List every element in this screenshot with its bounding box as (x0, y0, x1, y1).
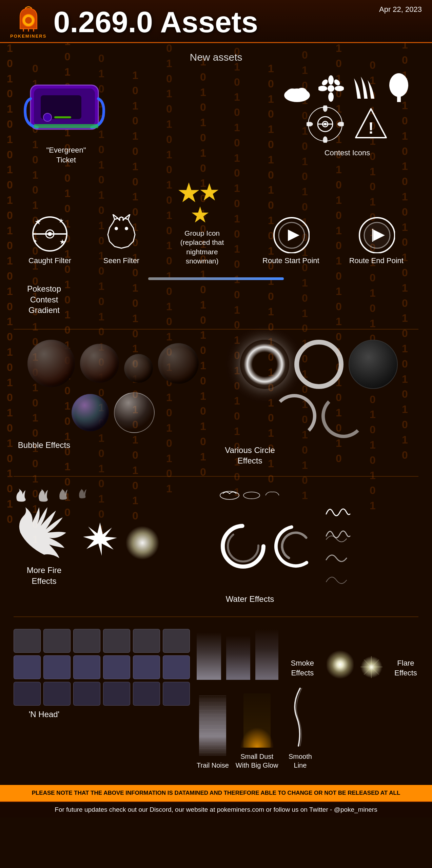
nhead-grid-1 (14, 629, 190, 653)
evergreen-ticket-label: "Evergreen" Ticket (36, 145, 97, 165)
caught-filter-icon: ★ ★ ✦ ★ (30, 214, 70, 253)
grass-icon (351, 75, 379, 102)
route-end-item: Route End Point (349, 216, 404, 266)
svg-point-28 (338, 122, 344, 126)
svg-point-14 (328, 85, 334, 92)
separator-2 (14, 476, 418, 477)
svg-point-13 (296, 88, 307, 97)
water-sprite-2 (242, 489, 261, 500)
caught-filter-item: ★ ★ ✦ ★ Caught Filter (28, 214, 71, 266)
water-wave-4 (325, 570, 352, 589)
pokeminers-logo-icon (13, 5, 44, 32)
svg-point-56 (243, 492, 260, 499)
circle-dark-sphere (349, 340, 398, 389)
caught-filter-label: Caught Filter (28, 256, 71, 266)
svg-point-17 (318, 86, 327, 91)
fire-sprite-3 (58, 489, 75, 500)
nhead-15 (73, 682, 100, 706)
svg-point-15 (328, 75, 334, 85)
trail-noise-label: Trail Noise (197, 761, 229, 770)
smoke-2 (226, 636, 251, 680)
fire-effects-label: More Fire Effects (14, 565, 75, 586)
smoke-effects-label: Smoke Effects (283, 658, 321, 679)
svg-point-55 (220, 491, 239, 499)
svg-point-38 (48, 232, 52, 236)
smoke-3 (255, 629, 278, 680)
smooth-line-item: Smooth Line (285, 687, 315, 770)
tree-icon (386, 72, 412, 102)
header: POKEMINERS 0.269.0 Assets Apr 22, 2023 (0, 0, 432, 43)
water-wave-sprites (325, 504, 352, 589)
water-effects-label: Water Effects (219, 594, 280, 604)
contest-icons-item: ! Contest Icons (283, 72, 412, 158)
svg-point-44 (125, 227, 128, 230)
new-assets-label: New assets (0, 52, 432, 63)
separator-1 (14, 329, 418, 330)
svg-rect-9 (54, 116, 71, 118)
flare-1 (327, 649, 353, 680)
trail-noise-item: Trail Noise (197, 695, 229, 770)
circle-half-ring-1 (272, 394, 316, 438)
pokestop-gradient-label: Pokestop Contest Gradient (14, 283, 75, 315)
effects-row-3: 'N Head' Smoke Effects (0, 624, 432, 775)
nhead-16 (103, 682, 130, 706)
bubble-large-2 (80, 344, 119, 383)
footer-bar: For future updates check out our Discord… (0, 801, 432, 817)
star-group-graphic: ★ ★ ★ (175, 175, 229, 226)
nhead-11 (133, 655, 160, 679)
circle-section: Various Circle Effects (219, 340, 418, 466)
svg-point-59 (272, 522, 319, 570)
bubble-iridescent (72, 394, 109, 431)
bubble-section: Bubble Effects (14, 340, 213, 450)
bubble-large-3 (124, 354, 153, 383)
route-start-label: Route Start Point (262, 256, 319, 266)
water-swirl-1 (219, 522, 267, 570)
water-sprite-1 (219, 489, 240, 500)
logo-text: POKEMINERS (10, 34, 46, 39)
svg-text:★: ★ (58, 217, 64, 224)
svg-text:★: ★ (35, 218, 41, 226)
seen-filter-label: Seen Filter (103, 256, 139, 266)
trail-noise-graphic (199, 695, 226, 756)
fire-glow-blob (125, 526, 159, 560)
fire-section: More Fire Effects (14, 489, 213, 604)
water-wave-2 (325, 526, 352, 545)
water-sprite-3 (264, 489, 281, 499)
svg-point-8 (43, 113, 52, 121)
svg-point-23 (392, 73, 406, 87)
pokestop-gradient-section: Pokestop Contest Gradient (0, 272, 432, 322)
water-swirl-2 (272, 522, 319, 570)
ticket-graphic (20, 72, 112, 143)
svg-point-1 (25, 17, 32, 24)
group-icon-label: Group Icon (replaced that nightmare snow… (172, 229, 233, 265)
effects-row-1: Bubble Effects Various Circle Effects (0, 336, 432, 469)
nhead-grid-3 (14, 682, 190, 706)
group-icon-item: ★ ★ ★ Group Icon (replaced that nightmar… (172, 175, 233, 265)
nhead-8 (43, 655, 71, 679)
bubble-effects-label: Bubble Effects (14, 440, 75, 450)
route-start-item: Route Start Point (262, 216, 319, 266)
notice-bar: PLEASE NOTE THAT THE ABOVE INFORMATION I… (0, 785, 432, 801)
seen-filter-icon (101, 214, 142, 253)
svg-point-16 (328, 92, 334, 102)
circle-glow-ring (240, 340, 289, 389)
small-dust-item: Small Dust With Big Glow (236, 687, 278, 770)
logo-area: POKEMINERS (10, 5, 46, 39)
fire-big-splash (14, 506, 75, 560)
svg-point-32 (324, 123, 327, 125)
svg-text:★: ★ (190, 202, 210, 226)
nhead-12 (163, 655, 190, 679)
right-effects: Smoke Effects Flare Effects (197, 629, 422, 770)
svg-point-18 (335, 86, 344, 91)
nhead-18 (163, 682, 190, 706)
circle-white-ring (294, 340, 343, 389)
flare-2 (359, 654, 384, 680)
nhead-9 (73, 655, 100, 679)
fire-star-burst (80, 519, 120, 560)
route-end-icon (358, 216, 395, 253)
flare-effects-label: Flare Effects (389, 658, 423, 679)
contest-icons-label: Contest Icons (325, 148, 370, 158)
nhead-6 (163, 629, 190, 653)
nhead-13 (14, 682, 41, 706)
svg-text:✦: ✦ (33, 238, 37, 244)
